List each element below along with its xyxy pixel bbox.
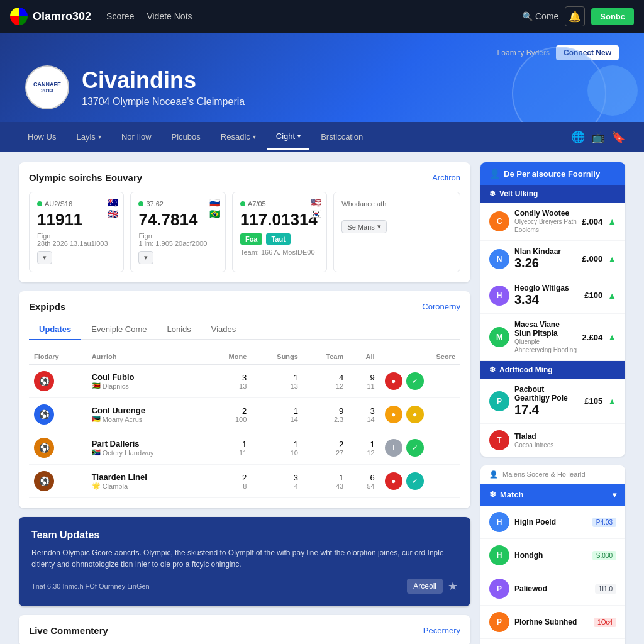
team-name-2: Conl Uurenge (92, 406, 145, 415)
notification-icon[interactable]: 🔔 (565, 6, 585, 26)
action-btns-2: ● ● (385, 406, 455, 423)
item-content: Higln Poeld (514, 518, 587, 526)
stat-value-1: 11911 (37, 210, 116, 230)
right-top-card: 👤 De Per alsource Foornlly ❄ Velt Ulking… (480, 162, 625, 457)
star-button[interactable]: ★ (448, 579, 458, 594)
avatar: P (489, 391, 509, 411)
stat-sub-date-2: 1 lm: 1.905 20acf2000 (138, 240, 217, 247)
tag-taut: Taut (266, 233, 290, 245)
arceoll-button[interactable]: Arceoll (407, 579, 443, 594)
snowflake-icon-3: ❄ (489, 490, 496, 499)
action-teal-4[interactable]: ✓ (406, 472, 424, 490)
subnav-how-us[interactable]: How Us (19, 125, 65, 149)
bookmark-icon[interactable]: 🔖 (611, 130, 625, 144)
team-name-4: Tlaarden Linel (92, 472, 147, 482)
team-logo: CANNAFE 2013 (25, 65, 69, 109)
chevron-down-icon-2: ▾ (253, 133, 256, 140)
subnav-label-2: Nor Ilow (121, 132, 152, 142)
action-yellow-2[interactable]: ● (406, 406, 424, 423)
subnav-resadic[interactable]: Resadic ▾ (212, 125, 265, 149)
item-content: Heogio Witigas 3.34 (514, 284, 579, 307)
stat-dropdown-4[interactable]: Se Mans ▾ (341, 220, 386, 233)
item-content: Nlan Kindaar 3.26 (514, 247, 577, 270)
action-green-1[interactable]: ✓ (406, 372, 424, 390)
list-item: P Pacbout Gearthigy Pole 17.4 £105 ▲ (480, 379, 625, 424)
item-content: Maesa Viane Slun Pitspla Qluenple Ahnere… (514, 320, 577, 354)
stat-sub-date-3: Team: 166 A. MostDE00 (240, 248, 319, 256)
action-red-1[interactable]: ● (385, 372, 402, 390)
commentary-link[interactable]: Pecernery (423, 626, 460, 635)
hero-banner: Loam ty Byders Connect New CANNAFE 2013 … (0, 33, 644, 122)
item-val: £105 (584, 396, 602, 406)
item-name: Hondgh (514, 551, 587, 560)
item-sub: Qluenple Ahnererycing Hooding (514, 338, 577, 354)
advanced-section-title: ❄ Adrtficod Ming (480, 361, 625, 379)
tab-viades[interactable]: Viades (201, 319, 247, 340)
item-badge: 1Oc4 (594, 618, 616, 627)
action-btns-4: ● ✓ (385, 472, 455, 490)
search-button[interactable]: 🔍 Come (522, 11, 558, 21)
team-badge-4: ⚽ (34, 471, 54, 491)
subnav-nor-ilow[interactable]: Nor Ilow (113, 125, 160, 149)
avatar: P (489, 579, 509, 599)
subnav-label-6: Brsticcation (321, 132, 363, 142)
team-updates-title: Team Updates (31, 530, 458, 541)
item-val: £100 (584, 291, 602, 300)
site-logo[interactable]: Olamro302 (10, 8, 91, 25)
match-header[interactable]: ❄ Match ▾ (480, 484, 625, 506)
stats-title: Olympic soirchs Eouvary (29, 172, 142, 183)
updates-footer: Tnat 6.30 Inmc.h FOf Ournney LinGen Arce… (31, 579, 458, 594)
stat-dropdown-2[interactable]: ▾ (138, 251, 153, 264)
item-val: £.004 (582, 217, 603, 226)
list-item: M Maesa Viane Slun Pitspla Qluenple Ahne… (480, 314, 625, 361)
coronerny-link[interactable]: Coronerny (422, 302, 460, 311)
table-row: ⚽ Coul Fubio 🇿🇼 Dlapnics (29, 365, 460, 398)
commentary-header: Live Commentery Pecernery (29, 625, 460, 636)
team-badge-3: ⚽ (34, 438, 54, 458)
item-val: £.000 (582, 254, 603, 264)
subnav-cight[interactable]: Cight ▾ (267, 124, 309, 150)
subnav-brsticcation[interactable]: Brsticcation (312, 125, 372, 149)
stat-sub-date-1: 28th 2026 13.1au1l003 (37, 240, 116, 247)
action-orange-2[interactable]: ● (385, 406, 402, 423)
tv-icon[interactable]: 📺 (591, 130, 605, 144)
nav-link-video[interactable]: Videte Nots (147, 11, 192, 21)
team-badge-2: ⚽ (34, 404, 54, 425)
stat-box-4: Whodance ath Se Mans ▾ (333, 192, 460, 272)
stats-grid: AU2/S16 11911 Fign 28th 2026 13.1au1l003… (29, 192, 460, 272)
item-name: Heogio Witigas (514, 284, 579, 292)
subnav-picubos[interactable]: Picubos (163, 125, 209, 149)
team-cell-3: Part Dalleris 🇿🇦 Octery Llandway (92, 439, 201, 457)
right-top-title: De Per alsource Foornlly (504, 169, 600, 179)
globe-icon[interactable]: 🌐 (571, 130, 585, 144)
avatar: H (489, 286, 509, 306)
stat-dropdown-1[interactable]: ▾ (37, 251, 52, 264)
action-red-4[interactable]: ● (385, 472, 402, 490)
table-row: ⚽ Part Dalleris 🇿🇦 Octery Llandway (29, 431, 460, 465)
action-green-3[interactable]: ✓ (406, 439, 424, 457)
tab-updates[interactable]: Updates (29, 319, 81, 340)
tab-lonids[interactable]: Lonids (157, 319, 201, 340)
subscribe-button[interactable]: Sonbc (591, 8, 634, 25)
snowflake-icon-2: ❄ (489, 365, 496, 374)
stat-label-2: 37.62 (138, 200, 217, 208)
subnav-label-0: How Us (28, 132, 57, 142)
stat-box-1: AU2/S16 11911 Fign 28th 2026 13.1au1l003… (29, 192, 124, 272)
stat-sub-1: Fign (37, 232, 116, 240)
team-cell-4: Tlaarden Linel 🌟 Clambla (92, 472, 201, 490)
subnav-layls[interactable]: Layls ▾ (68, 125, 110, 149)
exports-table: Fiodary Aurrioh Mone Sungs Team All Scor… (29, 349, 460, 498)
stat-val: 3.26 (514, 256, 577, 270)
archive-link[interactable]: Arctiron (432, 173, 460, 182)
item-name: Condly Wootee (514, 209, 577, 218)
tab-eveniple[interactable]: Eveniple Come (81, 319, 157, 340)
nav-link-scores[interactable]: Scoree (106, 11, 134, 21)
up-arrow-icon: ▲ (608, 216, 616, 226)
item-name: Nlan Kindaar (514, 247, 577, 256)
person-icon-2: 👤 (489, 470, 498, 478)
action-gray-3[interactable]: T (385, 439, 402, 457)
status-dot-2 (138, 201, 143, 206)
team-sub-2: 🇲🇿 Moany Acrus (92, 415, 145, 423)
subnav-icons: 🌐 📺 🔖 (571, 130, 625, 144)
status-dot-3 (240, 201, 245, 206)
